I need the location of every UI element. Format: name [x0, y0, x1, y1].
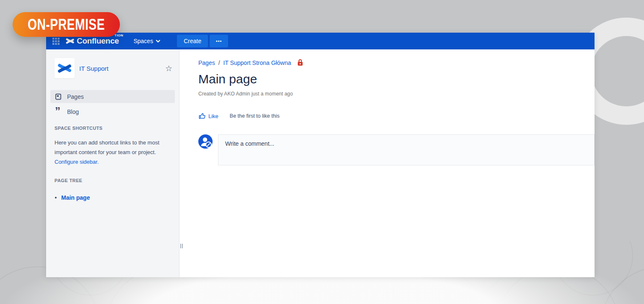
top-navbar: Confluence TION Spaces Create •••: [46, 33, 595, 49]
sidebar-item-blog[interactable]: ” Blog: [50, 105, 175, 118]
breadcrumb-separator: /: [218, 59, 220, 66]
favourite-star-icon[interactable]: ☆: [165, 64, 172, 72]
app-switcher-icon[interactable]: [52, 38, 60, 45]
quote-icon: ”: [55, 109, 62, 115]
like-row: Like Be the first to like this: [198, 112, 595, 120]
sidebar-item-label: Blog: [67, 108, 79, 115]
configure-sidebar-link[interactable]: Configure sidebar.: [55, 159, 99, 165]
page-content: Pages / IT Support Strona Główna Main pa…: [179, 49, 595, 277]
page-tree-link-main-page[interactable]: Main page: [61, 194, 90, 201]
grid-icon: [52, 38, 60, 45]
page-title: Main page: [198, 72, 595, 86]
sidebar-nav: Pages ” Blog: [46, 90, 179, 118]
space-header: IT Support ☆: [46, 49, 179, 78]
like-button[interactable]: Like: [198, 112, 218, 120]
shortcuts-description: Here you can add shortcut links to the m…: [55, 139, 159, 155]
like-label: Like: [208, 113, 218, 119]
space-shortcuts-heading: SPACE SHORTCUTS: [55, 126, 179, 131]
space-shortcuts-text: Here you can add shortcut links to the m…: [55, 138, 167, 167]
sidebar-item-label: Pages: [67, 93, 84, 100]
breadcrumb-space-home[interactable]: IT Support Strona Główna: [223, 59, 291, 66]
license-watermark-fragment: TION: [114, 33, 123, 37]
comment-input[interactable]: [218, 135, 594, 165]
confluence-logo[interactable]: Confluence: [65, 36, 119, 46]
comment-box: [218, 134, 595, 165]
sidebar-resize-handle[interactable]: [180, 244, 183, 248]
user-avatar: [198, 134, 213, 150]
on-premise-label: ON-PREMISE: [28, 15, 105, 33]
bullet-icon: [55, 197, 57, 198]
comment-section: [198, 134, 595, 165]
space-logo[interactable]: [55, 58, 75, 78]
confluence-space-icon: [57, 61, 72, 76]
space-name-link[interactable]: IT Support: [79, 65, 165, 72]
on-premise-badge: ON-PREMISE: [13, 12, 120, 37]
confluence-logo-icon: [65, 36, 75, 46]
chevron-down-icon: [156, 40, 160, 43]
spaces-label: Spaces: [133, 38, 153, 44]
restrictions-lock-icon[interactable]: [297, 59, 303, 66]
thumbs-up-icon: [198, 112, 206, 120]
page-icon: [55, 93, 62, 100]
like-hint: Be the first to like this: [230, 113, 280, 119]
spaces-menu[interactable]: Spaces: [133, 38, 160, 44]
confluence-window: Confluence TION Spaces Create ••• IT Sup…: [46, 33, 595, 277]
window-body: IT Support ☆ Pages ” Blog SPACE SHOR: [46, 49, 595, 277]
page-tree-heading: PAGE TREE: [55, 178, 179, 183]
create-button[interactable]: Create: [177, 35, 208, 47]
sidebar: IT Support ☆ Pages ” Blog SPACE SHOR: [46, 49, 179, 277]
breadcrumb-pages[interactable]: Pages: [198, 59, 215, 66]
more-menu-button[interactable]: •••: [210, 35, 228, 47]
confluence-logo-text: Confluence: [77, 36, 119, 46]
page-tree-item: Main page: [55, 194, 179, 201]
breadcrumb: Pages / IT Support Strona Główna: [198, 59, 595, 66]
sidebar-item-pages[interactable]: Pages: [50, 90, 175, 103]
page-byline: Created by AKO Admin just a moment ago: [198, 91, 595, 97]
